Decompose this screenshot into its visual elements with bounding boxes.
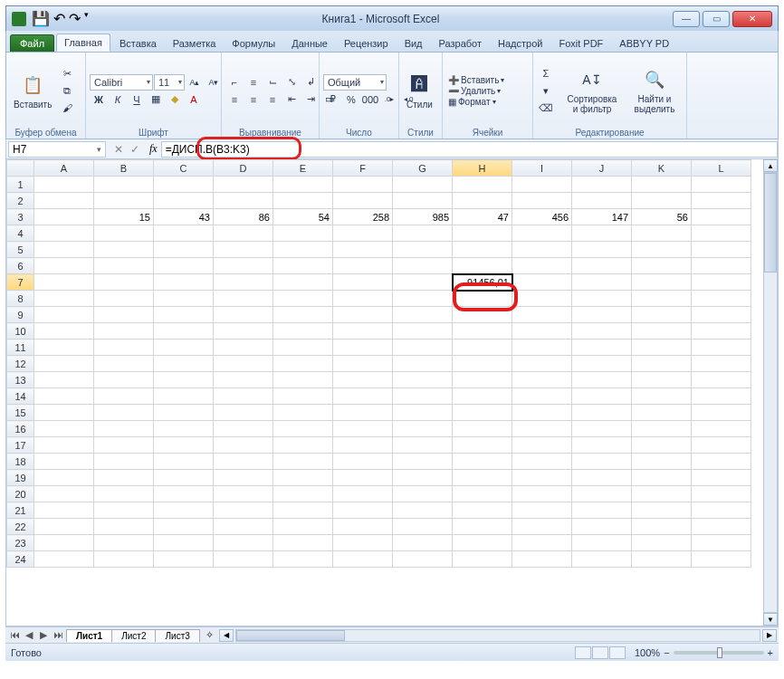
file-tab[interactable]: Файл (10, 34, 54, 52)
cell-E20[interactable] (273, 486, 333, 502)
cell-L16[interactable] (692, 421, 751, 437)
cell-L24[interactable] (692, 551, 751, 568)
cell-K15[interactable] (632, 405, 692, 421)
row-header-5[interactable]: 5 (7, 242, 34, 258)
cell-J10[interactable] (572, 323, 632, 340)
cell-H8[interactable] (453, 291, 512, 307)
cell-B11[interactable] (94, 340, 154, 356)
cell-A18[interactable] (34, 454, 94, 470)
cell-J22[interactable] (572, 519, 632, 535)
cell-C23[interactable] (154, 535, 214, 551)
cell-D9[interactable] (214, 307, 273, 323)
cell-I23[interactable] (512, 535, 572, 551)
horizontal-scroll-thumb[interactable] (236, 630, 345, 641)
cell-H23[interactable] (453, 535, 512, 551)
cell-G19[interactable] (393, 470, 453, 486)
cell-E14[interactable] (273, 388, 333, 405)
cell-F17[interactable] (333, 437, 393, 454)
cell-G22[interactable] (393, 519, 453, 535)
cell-I5[interactable] (512, 242, 572, 258)
grow-font-icon[interactable]: A▴ (186, 74, 204, 91)
normal-view-icon[interactable] (575, 646, 591, 659)
cell-K10[interactable] (632, 323, 692, 340)
cell-C2[interactable] (154, 193, 214, 209)
cell-F10[interactable] (333, 323, 393, 340)
cell-G1[interactable] (393, 177, 453, 193)
cell-H6[interactable] (453, 258, 512, 274)
cell-H16[interactable] (453, 421, 512, 437)
zoom-out-button[interactable]: − (664, 647, 669, 658)
cell-D19[interactable] (214, 470, 273, 486)
cell-A20[interactable] (34, 486, 94, 502)
column-header-A[interactable]: A (34, 160, 94, 177)
fx-icon[interactable]: fx (149, 142, 158, 156)
horizontal-scroll-track[interactable] (235, 629, 760, 642)
cell-L3[interactable] (692, 209, 751, 225)
cell-I14[interactable] (512, 388, 572, 405)
cell-K12[interactable] (632, 356, 692, 372)
cell-I11[interactable] (512, 340, 572, 356)
cell-J21[interactable] (572, 502, 632, 519)
cell-L7[interactable] (692, 274, 751, 291)
cell-G9[interactable] (393, 307, 453, 323)
cell-K20[interactable] (632, 486, 692, 502)
cell-H4[interactable] (453, 225, 512, 242)
cell-F5[interactable] (333, 242, 393, 258)
cell-K3[interactable]: 56 (632, 209, 692, 225)
vertical-scroll-thumb[interactable] (764, 173, 777, 273)
cell-B23[interactable] (94, 535, 154, 551)
worksheet-area[interactable]: ABCDEFGHIJKL 123154386542589854745614756… (5, 159, 779, 626)
cell-A6[interactable] (34, 258, 94, 274)
cell-F24[interactable] (333, 551, 393, 568)
cell-B18[interactable] (94, 454, 154, 470)
cell-A24[interactable] (34, 551, 94, 568)
cell-D24[interactable] (214, 551, 273, 568)
cell-I20[interactable] (512, 486, 572, 502)
cell-I17[interactable] (512, 437, 572, 454)
cell-J6[interactable] (572, 258, 632, 274)
format-cells-button[interactable]: ▦Формат▾ (446, 97, 506, 107)
column-header-J[interactable]: J (572, 160, 632, 177)
cell-K2[interactable] (632, 193, 692, 209)
cell-D20[interactable] (214, 486, 273, 502)
row-header-24[interactable]: 24 (7, 551, 34, 568)
cell-E4[interactable] (273, 225, 333, 242)
align-left-icon[interactable]: ≡ (225, 91, 244, 108)
tab-layout[interactable]: Разметка (166, 35, 224, 52)
cell-G6[interactable] (393, 258, 453, 274)
scroll-down-button[interactable]: ▼ (763, 613, 778, 626)
cell-D12[interactable] (214, 356, 273, 372)
cell-H5[interactable] (453, 242, 512, 258)
cell-B10[interactable] (94, 323, 154, 340)
insert-cells-button[interactable]: ➕Вставить▾ (446, 75, 506, 85)
cell-C5[interactable] (154, 242, 214, 258)
cell-J9[interactable] (572, 307, 632, 323)
increase-indent-icon[interactable]: ⇥ (301, 91, 320, 108)
cell-F12[interactable] (333, 356, 393, 372)
cell-D23[interactable] (214, 535, 273, 551)
save-icon[interactable]: 💾 (32, 10, 50, 27)
cell-E5[interactable] (273, 242, 333, 258)
cell-J2[interactable] (572, 193, 632, 209)
row-header-8[interactable]: 8 (7, 291, 34, 307)
cell-H13[interactable] (453, 372, 512, 388)
cell-C12[interactable] (154, 356, 214, 372)
cell-B2[interactable] (94, 193, 154, 209)
cell-E7[interactable] (273, 274, 333, 291)
cell-G24[interactable] (393, 551, 453, 568)
cell-B19[interactable] (94, 470, 154, 486)
cell-G8[interactable] (393, 291, 453, 307)
cell-E11[interactable] (273, 340, 333, 356)
cell-H10[interactable] (453, 323, 512, 340)
cell-F9[interactable] (333, 307, 393, 323)
cell-E13[interactable] (273, 372, 333, 388)
cell-D16[interactable] (214, 421, 273, 437)
cell-J4[interactable] (572, 225, 632, 242)
cell-C21[interactable] (154, 502, 214, 519)
cell-D17[interactable] (214, 437, 273, 454)
find-select-button[interactable]: 🔍 Найти и выделить (626, 65, 684, 116)
row-header-17[interactable]: 17 (7, 437, 34, 454)
cell-J18[interactable] (572, 454, 632, 470)
increase-decimal-icon[interactable]: .0▸ (380, 91, 398, 108)
zoom-level[interactable]: 100% (635, 647, 660, 658)
